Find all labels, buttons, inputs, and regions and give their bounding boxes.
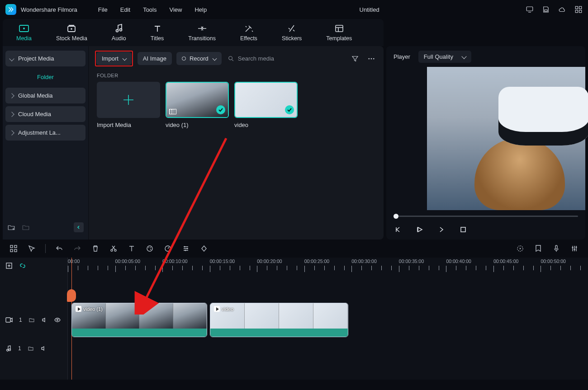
import-media-card[interactable]: Import Media	[97, 82, 160, 128]
split-icon[interactable]	[109, 244, 118, 253]
import-media-caption: Import Media	[97, 122, 160, 128]
media-caption-video2: video	[234, 122, 298, 128]
svg-rect-19	[14, 245, 17, 248]
ai-image-button[interactable]: AI Image	[138, 52, 172, 65]
adjust-icon[interactable]	[181, 244, 190, 253]
more-icon[interactable]	[365, 53, 377, 65]
eye-icon[interactable]	[54, 317, 61, 323]
preview-video[interactable]	[427, 67, 585, 210]
marker-icon[interactable]	[534, 244, 543, 253]
stickers-icon	[286, 23, 298, 33]
tl-grid-icon[interactable]	[9, 244, 18, 253]
text-icon[interactable]	[127, 244, 136, 253]
play-icon	[76, 306, 81, 312]
track-folder-icon[interactable]	[28, 317, 35, 323]
effects-icon	[243, 23, 255, 33]
ribbon-stickers[interactable]: Stickers	[279, 22, 304, 43]
color-icon[interactable]	[145, 244, 154, 253]
media-card-video2[interactable]: video	[234, 82, 298, 128]
next-frame-button[interactable]	[437, 225, 446, 234]
speed-icon[interactable]	[163, 244, 172, 253]
sidebar-folder-label[interactable]: Folder	[5, 69, 85, 85]
chevron-down-icon	[212, 56, 217, 61]
svg-rect-3	[579, 6, 582, 9]
svg-point-23	[114, 249, 116, 251]
ribbon-media[interactable]: Media	[14, 22, 34, 43]
svg-point-26	[150, 247, 151, 248]
delete-icon[interactable]	[91, 244, 100, 253]
collapse-sidebar-button[interactable]	[74, 222, 84, 232]
render-icon[interactable]	[516, 244, 525, 253]
monitor-icon[interactable]	[526, 5, 534, 14]
media-thumb-video2[interactable]	[234, 82, 298, 118]
stop-button[interactable]	[459, 225, 468, 234]
ribbon-transitions[interactable]: Transitions	[185, 22, 218, 43]
tl-select-icon[interactable]	[27, 244, 36, 253]
preview-seekbar[interactable]	[386, 210, 585, 222]
ribbon-stock-media[interactable]: Stock Media	[53, 22, 90, 43]
sidebar-adjustment-layer[interactable]: Adjustment La...	[5, 125, 85, 141]
menu-edit[interactable]: Edit	[114, 5, 137, 15]
media-thumb-video1[interactable]	[166, 82, 229, 118]
svg-point-39	[57, 320, 58, 321]
search-icon	[228, 56, 234, 62]
import-button[interactable]: Import	[96, 52, 132, 65]
menu-tools[interactable]: Tools	[137, 5, 163, 15]
mixer-icon[interactable]	[570, 244, 579, 253]
titlebar: Wondershare Filmora File Edit Tools View…	[0, 0, 588, 19]
ribbon-audio[interactable]: Audio	[109, 22, 129, 43]
record-button[interactable]: Record	[176, 52, 222, 65]
sidebar-project-media[interactable]: Project Media	[5, 51, 85, 66]
svg-rect-12	[336, 25, 343, 32]
ribbon-titles[interactable]: Titles	[148, 22, 166, 43]
timeline-clip-1[interactable]: video (1)	[71, 303, 207, 337]
timecode-4: 00:00:20:00	[257, 258, 282, 264]
app-name: Wondershare Filmora	[21, 6, 77, 13]
delete-folder-icon[interactable]	[22, 223, 30, 231]
clip-2-label: video	[222, 306, 233, 312]
cloud-icon[interactable]	[558, 5, 566, 14]
timeline[interactable]: 1 1 00:00 00:00:05:00 00:00:10:00 00:00:…	[0, 258, 588, 380]
ribbon-transitions-label: Transitions	[188, 35, 216, 42]
redo-icon[interactable]	[73, 244, 82, 253]
search-media[interactable]: Search media	[226, 55, 278, 62]
film-icon	[169, 109, 176, 114]
timeline-ruler[interactable]: 00:00 00:00:05:00 00:00:10:00 00:00:15:0…	[68, 258, 588, 274]
keyframe-icon[interactable]	[199, 244, 209, 253]
timeline-clip-2[interactable]: video	[210, 303, 348, 337]
ribbon-templates[interactable]: Templates	[323, 22, 355, 43]
mute-icon[interactable]	[40, 345, 47, 352]
mute-icon[interactable]	[41, 317, 47, 323]
sidebar-cloud-media[interactable]: Cloud Media	[5, 106, 85, 122]
svg-rect-18	[10, 245, 13, 248]
ribbon-effects[interactable]: Effects	[237, 22, 260, 43]
svg-point-29	[184, 246, 185, 248]
svg-rect-4	[575, 10, 578, 13]
undo-icon[interactable]	[55, 244, 64, 253]
svg-point-14	[368, 58, 370, 59]
prev-frame-button[interactable]	[394, 225, 403, 234]
media-icon	[18, 23, 30, 33]
ribbon-media-label: Media	[16, 35, 32, 42]
menu-file[interactable]: File	[92, 5, 114, 15]
seek-thumb[interactable]	[394, 214, 398, 219]
svg-point-30	[187, 248, 188, 249]
new-folder-icon[interactable]	[7, 223, 15, 231]
play-button[interactable]	[415, 225, 424, 234]
save-icon[interactable]	[542, 5, 550, 14]
menu-help[interactable]: Help	[188, 5, 213, 15]
link-icon[interactable]	[19, 262, 26, 269]
sidebar-global-media[interactable]: Global Media	[5, 88, 85, 103]
media-card-video1[interactable]: video (1)	[166, 82, 229, 128]
quality-dropdown[interactable]: Full Quality	[418, 51, 471, 63]
timeline-track-controls: 1 1	[0, 258, 68, 380]
voiceover-icon[interactable]	[552, 244, 561, 253]
menu-view[interactable]: View	[163, 5, 188, 15]
svg-point-25	[148, 247, 149, 248]
add-track-icon[interactable]	[5, 262, 13, 269]
import-media-thumb[interactable]	[97, 82, 160, 118]
svg-rect-33	[555, 245, 557, 249]
layout-icon[interactable]	[574, 5, 583, 14]
filter-icon[interactable]	[349, 53, 361, 65]
track-folder-icon[interactable]	[28, 345, 34, 352]
